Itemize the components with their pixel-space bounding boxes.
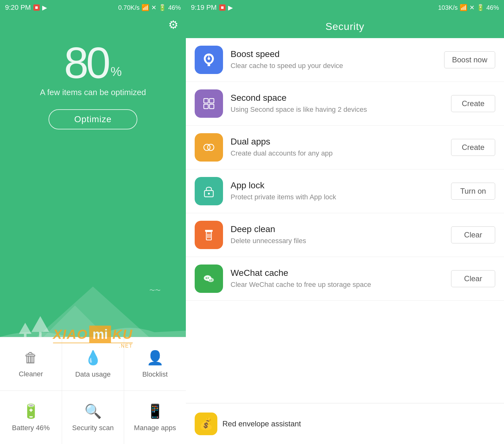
security-item-wechat: WeChat cache Clear WeChat cache to free … <box>186 257 504 301</box>
boost-speed-text: Boost speed Clear cache to speed up your… <box>231 49 437 71</box>
recording-icon: ■ <box>33 4 40 11</box>
grid-cell-data-usage[interactable]: 💧 Data usage <box>62 337 124 390</box>
score-number: 80 <box>64 41 108 85</box>
blocklist-icon: 👤 <box>146 350 164 366</box>
network-speed-left: 0.70K/s <box>118 4 140 11</box>
app-lock-subtitle: Protect private items with App lock <box>231 192 444 202</box>
grid-cell-security-scan[interactable]: 🔍 Security scan <box>62 391 124 444</box>
right-bottom-item: 💰 Red envelope assistant <box>186 413 504 435</box>
battery-icon-right: 🔋 <box>477 4 484 11</box>
deep-clean-title: Deep clean <box>231 224 444 234</box>
app-lock-title: App lock <box>231 180 444 191</box>
security-item-dual-apps: Dual apps Create dual accounts for any a… <box>186 126 504 169</box>
second-space-subtitle: Using Second space is like having 2 devi… <box>231 105 444 115</box>
security-item-deep-clean: Deep clean Delete unnecessary files Clea… <box>186 213 504 257</box>
wifi-icon: 📶 <box>141 4 149 11</box>
birds-decoration: 〜〜 <box>149 287 161 294</box>
time-right: 9:19 PM <box>191 3 217 12</box>
svg-point-0 <box>208 57 210 60</box>
settings-icon[interactable]: ⚙ <box>168 18 178 31</box>
second-space-button[interactable]: Create <box>451 95 495 112</box>
svg-point-9 <box>208 193 210 195</box>
app-lock-button[interactable]: Turn on <box>451 183 495 200</box>
security-scan-label: Security scan <box>72 424 114 432</box>
watermark-ku: KU <box>112 327 133 342</box>
grid-cell-battery[interactable]: 🔋 Battery 46% <box>0 391 62 444</box>
battery-icon: 🔋 <box>158 4 166 11</box>
dual-apps-title: Dual apps <box>231 137 444 147</box>
svg-point-6 <box>204 144 210 151</box>
watermark-xiao: XIAO <box>53 327 88 342</box>
svg-point-20 <box>211 280 212 281</box>
right-bottom-bar: 💰 Red envelope assistant <box>186 403 504 444</box>
optimize-button[interactable]: Optimize <box>49 109 137 129</box>
dual-apps-button[interactable]: Create <box>451 139 495 156</box>
security-list: Boost speed Clear cache to speed up your… <box>186 38 504 403</box>
second-space-title: Second space <box>231 93 444 103</box>
grid-cell-blocklist[interactable]: 👤 Blocklist <box>124 337 186 390</box>
cleaner-icon: 🗑 <box>24 350 38 366</box>
wechat-subtitle: Clear WeChat cache to free up storage sp… <box>231 280 444 290</box>
svg-point-7 <box>208 144 214 151</box>
dual-apps-text: Dual apps Create dual accounts for any a… <box>231 137 444 158</box>
boost-speed-button[interactable]: Boost now <box>444 51 495 68</box>
data-usage-icon: 💧 <box>84 350 102 366</box>
battery-right: 46% <box>486 4 499 11</box>
settings-icon-container: ⚙ <box>0 15 186 35</box>
grid-row-1: 🗑 Cleaner 💧 Data usage 👤 Blocklist <box>0 337 186 390</box>
status-right-left: 9:19 PM ■ ▶ <box>191 3 233 12</box>
wechat-title: WeChat cache <box>231 268 444 278</box>
right-header: Security <box>186 15 504 38</box>
app-lock-icon <box>195 177 223 205</box>
status-bar-right: 9:19 PM ■ ▶ 103K/s 📶 ✕ 🔋 46% <box>186 0 504 15</box>
play-icon: ▶ <box>42 4 47 11</box>
svg-point-16 <box>206 277 207 279</box>
security-item-second-space: Second space Using Second space is like … <box>186 82 504 126</box>
app-lock-text: App lock Protect private items with App … <box>231 180 444 202</box>
svg-rect-2 <box>204 99 208 103</box>
battery-left: 46% <box>168 4 181 11</box>
grid-row-2: 🔋 Battery 46% 🔍 Security scan 📱 Manage a… <box>0 390 186 444</box>
watermark-net: .NET <box>119 343 133 349</box>
second-space-text: Second space Using Second space is like … <box>231 93 444 115</box>
grid-cell-manage-apps[interactable]: 📱 Manage apps <box>124 391 186 444</box>
score-section: 80 % A few items can be optimized <box>0 35 186 100</box>
signal-icon-right: ✕ <box>469 4 475 11</box>
svg-rect-3 <box>209 99 214 103</box>
security-item-app-lock: App lock Protect private items with App … <box>186 169 504 213</box>
deep-clean-button[interactable]: Clear <box>451 226 495 243</box>
boost-speed-icon <box>195 46 223 74</box>
status-left-items: 9:20 PM ■ ▶ <box>5 3 47 12</box>
status-right-items: 0.70K/s 📶 ✕ 🔋 46% <box>118 4 181 11</box>
second-space-icon <box>195 89 223 118</box>
wifi-icon-right: 📶 <box>460 4 467 11</box>
dual-apps-icon <box>195 133 223 162</box>
red-envelope-icon: 💰 <box>195 413 217 435</box>
svg-rect-5 <box>209 104 214 109</box>
wechat-button[interactable]: Clear <box>451 270 495 287</box>
score-subtitle: A few items can be optimized <box>40 88 146 97</box>
time-left: 9:20 PM <box>5 3 31 12</box>
wechat-icon <box>195 265 223 293</box>
bottom-grid: 🗑 Cleaner 💧 Data usage 👤 Blocklist 🔋 Bat… <box>0 337 186 444</box>
grid-cell-cleaner[interactable]: 🗑 Cleaner <box>0 337 62 390</box>
boost-speed-subtitle: Clear cache to speed up your device <box>231 61 437 71</box>
watermark: XIAO mi KU .NET <box>53 327 133 343</box>
battery-cell-icon: 🔋 <box>22 403 40 419</box>
deep-clean-subtitle: Delete unnecessary files <box>231 236 444 246</box>
status-bar-left: 9:20 PM ■ ▶ 0.70K/s 📶 ✕ 🔋 46% <box>0 0 186 15</box>
dual-apps-subtitle: Create dual accounts for any app <box>231 149 444 158</box>
battery-label: Battery 46% <box>12 424 50 432</box>
red-envelope-label: Red envelope assistant <box>222 419 301 428</box>
score-percent: % <box>111 65 122 79</box>
svg-rect-4 <box>204 104 208 109</box>
play-icon-right: ▶ <box>228 4 233 11</box>
manage-apps-label: Manage apps <box>134 424 176 432</box>
data-usage-label: Data usage <box>75 370 111 379</box>
recording-icon-right: ■ <box>219 4 226 11</box>
cleaner-label: Cleaner <box>19 370 43 378</box>
right-panel: 9:19 PM ■ ▶ 103K/s 📶 ✕ 🔋 46% Security <box>186 0 504 444</box>
blocklist-label: Blocklist <box>142 370 168 379</box>
svg-point-18 <box>208 278 214 282</box>
signal-icon: ✕ <box>151 4 157 11</box>
